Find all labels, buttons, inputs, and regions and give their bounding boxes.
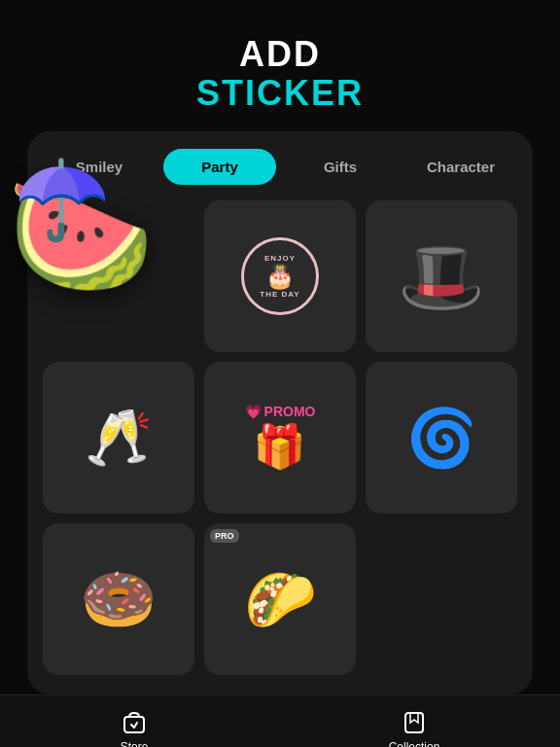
- enjoy-day-badge: ENJOY 🎂 THE DAY: [241, 237, 319, 315]
- nav-collection[interactable]: Collection: [389, 709, 440, 747]
- sticker-taco[interactable]: PRO 🌮: [204, 523, 356, 675]
- store-icon: [121, 709, 148, 736]
- svg-rect-1: [405, 713, 423, 732]
- promo-label: PROMO: [264, 404, 316, 419]
- header: ADD STICKER: [196, 0, 364, 131]
- tab-character[interactable]: Character: [404, 149, 517, 185]
- gift-box-emoji: 🎁: [253, 421, 306, 472]
- collection-label: Collection: [389, 740, 440, 747]
- header-title-sticker: STICKER: [196, 74, 364, 113]
- sticker-party-hat[interactable]: 🎩: [366, 200, 517, 352]
- party-hat-emoji: 🎩: [398, 235, 485, 318]
- toast-emoji: 🥂: [85, 406, 153, 470]
- tab-smiley[interactable]: Smiley: [43, 149, 156, 185]
- swirl-emoji: 🌀: [406, 405, 476, 471]
- sticker-grid: PRO 🍉 🍉 ☂️ ENJOY 🎂 THE DAY 🎩: [43, 200, 517, 675]
- promo-gift-content: 💗 PROMO 🎁: [245, 404, 316, 472]
- pro-badge-watermelon: PRO: [49, 206, 78, 220]
- promo-heart-icon: 💗: [245, 404, 262, 419]
- sticker-toast[interactable]: 🥂: [43, 362, 194, 514]
- sticker-watermelon[interactable]: PRO 🍉 🍉 ☂️: [43, 200, 194, 352]
- sticker-promo-gift[interactable]: 💗 PROMO 🎁: [204, 362, 356, 514]
- sticker-panel: Smiley Party Gifts Character PRO 🍉 🍉 ☂️ …: [27, 131, 533, 694]
- donut-emoji: 🍩: [80, 563, 158, 636]
- tab-party[interactable]: Party: [163, 149, 276, 185]
- svg-rect-0: [124, 717, 144, 732]
- nav-store[interactable]: Store: [121, 709, 149, 747]
- tab-gifts[interactable]: Gifts: [284, 149, 397, 185]
- sticker-enjoy-day[interactable]: ENJOY 🎂 THE DAY: [204, 200, 356, 352]
- taco-emoji: 🌮: [244, 565, 317, 634]
- header-title-add: ADD: [196, 35, 364, 74]
- sticker-donut[interactable]: 🍩: [43, 523, 194, 675]
- bottom-nav: Store Collection: [0, 694, 560, 747]
- pro-badge-taco: PRO: [210, 529, 239, 543]
- sticker-swirl[interactable]: 🌀: [366, 362, 517, 514]
- tab-bar: Smiley Party Gifts Character: [43, 149, 517, 185]
- store-label: Store: [121, 740, 149, 747]
- watermelon-sticker-image: 🍉: [14, 181, 208, 375]
- collection-icon: [401, 709, 428, 736]
